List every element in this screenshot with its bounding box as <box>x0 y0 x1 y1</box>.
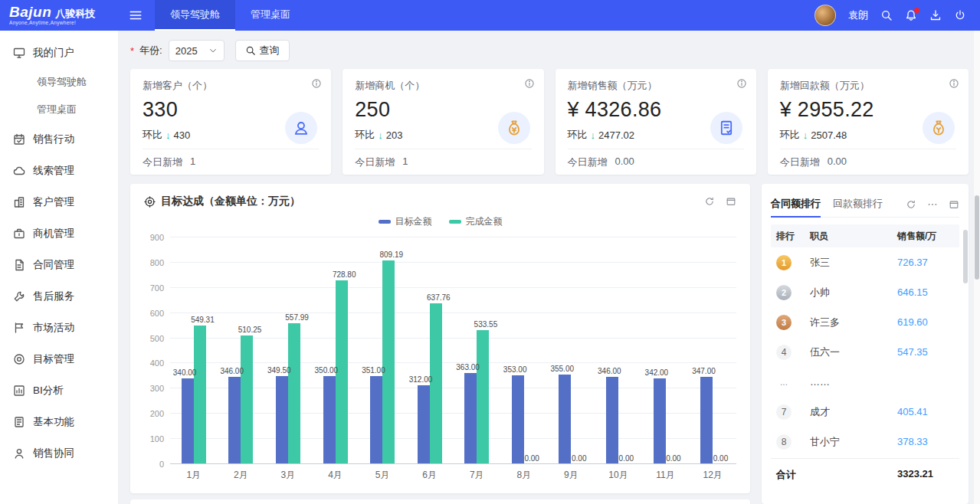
bar-group: 346.00510.25 <box>218 237 265 464</box>
sales-action-icon <box>13 133 25 146</box>
sidebar-item[interactable]: 销售协同 <box>0 437 118 469</box>
kpi-today: 今日新增1 <box>355 149 531 169</box>
gridline <box>170 463 736 464</box>
total-label: 合计 <box>776 468 897 482</box>
sidebar-item[interactable]: 客户管理 <box>0 186 118 218</box>
table-row[interactable]: 7成才405.41 <box>771 397 959 427</box>
bar-group: 353.000.00 <box>500 237 548 464</box>
bar-完成金额[interactable]: 549.31 <box>194 326 206 464</box>
bar-完成金额[interactable]: 809.19 <box>382 260 395 464</box>
sidebar-item[interactable]: 售后服务 <box>0 280 118 312</box>
sidebar-item[interactable]: 合同管理 <box>0 249 118 280</box>
avatar[interactable] <box>814 5 836 26</box>
more-icon[interactable] <box>927 199 938 210</box>
rank-tab-active[interactable]: 合同额排行 <box>771 191 821 218</box>
sidebar-item[interactable]: 线索管理 <box>0 155 118 186</box>
y-tick-label: 100 <box>150 434 164 443</box>
sales-value[interactable]: 547.35 <box>897 346 954 358</box>
bar-value-label: 355.00 <box>550 365 574 373</box>
bar-group: 350.00728.80 <box>312 237 359 464</box>
bar-完成金额[interactable]: 510.25 <box>241 335 253 464</box>
medal-gold-icon: 1 <box>776 255 792 270</box>
table-row[interactable]: 3许三多619.60 <box>771 307 959 337</box>
top-tab-item[interactable]: 管理桌面 <box>235 0 306 31</box>
table-row[interactable]: 8甘小宁378.33 <box>771 427 959 457</box>
bar-目标金额[interactable]: 340.00 <box>182 378 194 464</box>
scrollbar-thumb[interactable] <box>975 195 979 280</box>
bar-group: 342.000.00 <box>642 237 690 464</box>
power-icon[interactable] <box>954 9 966 21</box>
bar-目标金额[interactable]: 349.50 <box>276 376 288 464</box>
legend-label: 目标金额 <box>395 215 432 228</box>
sales-value[interactable]: 726.37 <box>897 257 954 268</box>
kpi-title: 新增商机（个） <box>355 79 531 93</box>
table-row[interactable]: 4伍六一547.35 <box>771 337 959 367</box>
rank-tab-item[interactable]: 回款额排行 <box>833 191 883 218</box>
info-icon[interactable] <box>524 78 535 89</box>
column-header-rank: 排行 <box>776 230 810 243</box>
bar-目标金额[interactable]: 346.00 <box>606 377 618 464</box>
bar-目标金额[interactable]: 350.00 <box>323 376 336 464</box>
sidebar: 我的门户领导驾驶舱管理桌面销售行动线索管理客户管理商机管理合同管理售后服务市场活… <box>0 31 119 504</box>
download-icon[interactable] <box>929 9 942 21</box>
sales-value[interactable]: 646.15 <box>897 286 954 298</box>
bar-目标金额[interactable]: 347.00 <box>700 377 713 464</box>
today-label: 今日新增 <box>143 155 182 169</box>
sales-value[interactable]: 405.41 <box>897 406 954 417</box>
info-icon[interactable] <box>311 78 322 89</box>
bar-完成金额[interactable]: 557.99 <box>288 323 300 464</box>
info-icon[interactable] <box>949 78 959 89</box>
expand-icon[interactable] <box>726 196 736 207</box>
bar-完成金额[interactable]: 533.55 <box>477 330 489 464</box>
expand-icon[interactable] <box>949 199 959 210</box>
sidebar-item[interactable]: 目标管理 <box>0 343 118 375</box>
ratio-value: 430 <box>174 129 191 141</box>
year-select[interactable]: 2025 <box>169 40 225 61</box>
top-tab-active[interactable]: 领导驾驶舱 <box>155 0 235 31</box>
filter-row: * 年份: 2025 查询 <box>130 40 969 61</box>
bar-value-label: 533.55 <box>474 320 498 329</box>
bar-目标金额[interactable]: 355.00 <box>559 375 571 464</box>
info-icon[interactable] <box>736 78 747 89</box>
sidebar-item[interactable]: 我的门户 <box>0 37 118 68</box>
sidebar-item[interactable]: 销售行动 <box>0 123 118 155</box>
sidebar-item-label: 基本功能 <box>33 415 74 429</box>
sidebar-item[interactable]: 基本功能 <box>0 406 118 437</box>
page-scrollbar[interactable] <box>974 31 980 504</box>
table-row[interactable]: ...…… <box>771 367 959 397</box>
opportunity-icon <box>13 227 25 240</box>
sidebar-item[interactable]: 市场活动 <box>0 312 118 343</box>
search-icon[interactable] <box>880 9 893 21</box>
legend-item[interactable]: 目标金额 <box>379 215 432 228</box>
sales-value[interactable]: 619.60 <box>897 316 954 328</box>
bar-目标金额[interactable]: 342.00 <box>654 378 666 464</box>
query-button[interactable]: 查询 <box>235 40 290 61</box>
bar-目标金额[interactable]: 346.00 <box>228 377 241 464</box>
y-tick-label: 900 <box>150 233 164 242</box>
sales-value[interactable]: 378.33 <box>897 436 954 447</box>
table-row[interactable]: 1张三726.37 <box>771 247 959 277</box>
bar-目标金额[interactable]: 312.00 <box>418 385 430 464</box>
legend-item[interactable]: 完成金额 <box>449 215 503 228</box>
sidebar-subitem[interactable]: 管理桌面 <box>0 96 118 123</box>
bar-目标金额[interactable]: 353.00 <box>512 375 524 464</box>
username: 袁朗 <box>848 8 868 22</box>
hamburger-menu-icon[interactable] <box>129 8 143 22</box>
panel-scrollbar[interactable] <box>963 230 968 283</box>
bar-value-label: 809.19 <box>379 250 403 259</box>
sidebar-subitem[interactable]: 领导驾驶舱 <box>0 68 118 96</box>
bi-icon <box>13 385 25 397</box>
bar-目标金额[interactable]: 351.00 <box>370 376 382 464</box>
bell-icon[interactable] <box>905 9 917 21</box>
refresh-icon[interactable] <box>906 199 916 210</box>
leads-icon <box>13 165 25 177</box>
sidebar-item[interactable]: 商机管理 <box>0 218 118 249</box>
chart-header: 目标达成（金额单位：万元） <box>144 193 736 210</box>
x-tick-label: 8月 <box>500 469 548 482</box>
bar-目标金额[interactable]: 363.00 <box>464 373 477 464</box>
bar-value-label: 346.00 <box>220 367 244 375</box>
refresh-icon[interactable] <box>704 196 715 207</box>
x-tick-label: 6月 <box>406 469 454 482</box>
sidebar-item[interactable]: BI分析 <box>0 375 118 406</box>
table-row[interactable]: 2小帅646.15 <box>771 277 959 307</box>
